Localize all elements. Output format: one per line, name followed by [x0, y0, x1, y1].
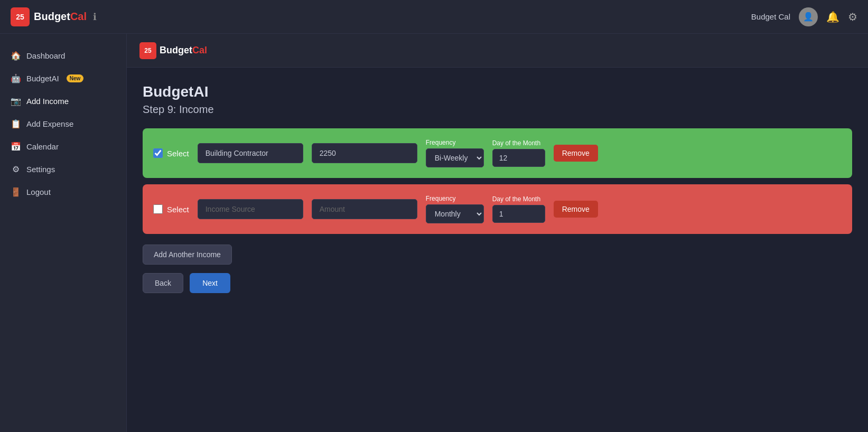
sidebar-item-settings[interactable]: ⚙ Settings — [0, 158, 126, 181]
sidebar-item-add-expense[interactable]: 📋 Add Expense — [0, 112, 126, 135]
new-badge: New — [67, 74, 84, 82]
income-amount-2[interactable] — [312, 199, 417, 219]
sidebar-item-dashboard[interactable]: 🏠 Dashboard — [0, 44, 126, 67]
top-header: 25 BudgetCal ℹ Budget Cal 👤 🔔 ⚙ — [0, 0, 868, 34]
next-button[interactable]: Next — [190, 273, 230, 293]
gear-icon[interactable]: ⚙ — [848, 11, 857, 23]
day-label-1: Day of the Month — [492, 139, 545, 147]
nav-buttons: Back Next — [143, 273, 852, 293]
income-amount-1[interactable] — [312, 143, 417, 163]
avatar: 👤 — [799, 7, 818, 26]
income-row-2: Select Frequency Monthly Bi-Weekly Weekl… — [143, 184, 852, 234]
day-section-2: Day of the Month — [492, 195, 545, 223]
remove-button-2[interactable]: Remove — [554, 201, 598, 218]
main-logo-icon: 25 — [139, 42, 156, 59]
sidebar-item-label: Logout — [26, 187, 51, 196]
info-icon[interactable]: ℹ — [93, 11, 97, 23]
sidebar-item-label: Calendar — [26, 142, 59, 151]
income-checkbox-2[interactable] — [153, 204, 163, 214]
budgetai-icon: 🤖 — [11, 73, 21, 83]
frequency-select-1[interactable]: Bi-Weekly Monthly Weekly Daily Yearly — [426, 148, 484, 167]
logout-icon: 🚪 — [11, 187, 21, 197]
content-topbar: 25 BudgetCal — [127, 34, 868, 68]
main-content: BudgetAI Step 9: Income Select Frequency… — [127, 68, 868, 432]
sidebar-item-label: Add Expense — [26, 119, 73, 128]
day-label-2: Day of the Month — [492, 195, 545, 203]
add-income-icon: 📷 — [11, 96, 21, 106]
sidebar-item-budgetai[interactable]: 🤖 BudgetAI New — [0, 67, 126, 90]
day-input-2[interactable] — [492, 205, 545, 223]
sidebar-item-logout[interactable]: 🚪 Logout — [0, 181, 126, 203]
header-right: Budget Cal 👤 🔔 ⚙ — [751, 7, 857, 26]
day-input-1[interactable] — [492, 149, 545, 167]
sidebar-item-label: Settings — [26, 165, 55, 174]
page-title: BudgetAI — [143, 83, 852, 100]
calendar-icon: 📅 — [11, 142, 21, 152]
select-label-1: Select — [167, 149, 189, 158]
settings-icon: ⚙ — [11, 164, 21, 174]
main-logo-text: BudgetCal — [160, 45, 207, 56]
freq-label-1: Frequency — [426, 139, 484, 146]
step-title: Step 9: Income — [143, 104, 852, 116]
sidebar-item-label: Dashboard — [26, 51, 65, 60]
income-checkbox-1[interactable] — [153, 148, 163, 158]
income-source-1[interactable] — [198, 143, 303, 163]
bell-icon[interactable]: 🔔 — [826, 11, 839, 23]
back-button[interactable]: Back — [143, 273, 183, 293]
freq-section-1: Frequency Bi-Weekly Monthly Weekly Daily… — [426, 139, 484, 167]
dashboard-icon: 🏠 — [11, 51, 21, 61]
sidebar-item-add-income[interactable]: 📷 Add Income — [0, 90, 126, 112]
logo-icon: 25 — [11, 7, 30, 26]
sidebar: 🏠 Dashboard 🤖 BudgetAI New 📷 Add Income … — [0, 34, 127, 432]
freq-label-2: Frequency — [426, 195, 484, 202]
income-source-2[interactable] — [198, 199, 303, 219]
select-label-2: Select — [167, 205, 189, 214]
header-logo[interactable]: 25 BudgetCal — [11, 7, 87, 26]
remove-button-1[interactable]: Remove — [554, 145, 598, 162]
app-body: 🏠 Dashboard 🤖 BudgetAI New 📷 Add Income … — [0, 34, 868, 432]
header-left: 25 BudgetCal ℹ — [11, 7, 97, 26]
frequency-select-2[interactable]: Monthly Bi-Weekly Weekly Daily Yearly — [426, 204, 484, 223]
checkbox-wrap-1: Select — [153, 148, 189, 158]
header-username: Budget Cal — [751, 12, 790, 21]
action-buttons: Add Another Income — [143, 245, 852, 265]
sidebar-item-label: Add Income — [26, 97, 69, 106]
logo-text: BudgetCal — [34, 11, 87, 23]
sidebar-item-calendar[interactable]: 📅 Calendar — [0, 135, 126, 158]
freq-section-2: Frequency Monthly Bi-Weekly Weekly Daily… — [426, 195, 484, 223]
sidebar-item-label: BudgetAI — [26, 74, 59, 83]
income-row-1: Select Frequency Bi-Weekly Monthly Weekl… — [143, 128, 852, 178]
day-section-1: Day of the Month — [492, 139, 545, 167]
checkbox-wrap-2: Select — [153, 204, 189, 214]
add-another-income-button[interactable]: Add Another Income — [143, 245, 232, 265]
add-expense-icon: 📋 — [11, 119, 21, 129]
main-logo: 25 BudgetCal — [139, 42, 207, 59]
